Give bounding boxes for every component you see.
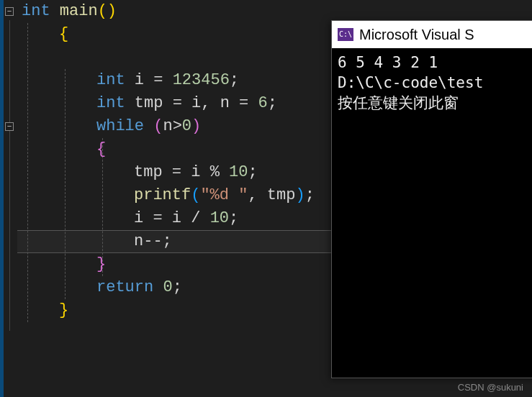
code-token bbox=[248, 94, 258, 112]
code-token: tmp bbox=[267, 186, 296, 204]
code-token bbox=[181, 163, 191, 181]
code-token: , bbox=[201, 94, 220, 112]
console-window[interactable]: C:\ Microsoft Visual S 6 5 4 3 2 1 D:\C\… bbox=[331, 20, 532, 378]
code-token: n bbox=[220, 94, 230, 112]
code-token: tmp bbox=[134, 163, 163, 181]
code-token: ) bbox=[295, 186, 305, 204]
code-token bbox=[144, 117, 153, 135]
code-token: > bbox=[173, 117, 182, 135]
code-token bbox=[181, 209, 191, 227]
code-token bbox=[153, 278, 163, 296]
code-token: int bbox=[22, 2, 50, 20]
code-token: ; bbox=[268, 94, 277, 112]
code-token: } bbox=[96, 255, 106, 273]
console-titlebar[interactable]: C:\ Microsoft Visual S bbox=[332, 21, 532, 48]
code-token: ; bbox=[173, 278, 182, 296]
code-token bbox=[163, 163, 172, 181]
code-token: { bbox=[59, 25, 68, 43]
console-line: 按任意键关闭此窗 bbox=[338, 94, 459, 111]
code-token: 6 bbox=[258, 94, 267, 112]
code-token: = bbox=[153, 71, 163, 89]
code-token: = bbox=[153, 209, 162, 227]
code-token: ; bbox=[229, 209, 238, 227]
code-token: i bbox=[172, 209, 181, 227]
console-output: 6 5 4 3 2 1 D:\C\c-code\test 按任意键关闭此窗 bbox=[332, 48, 532, 117]
code-token: int bbox=[96, 94, 125, 112]
code-token bbox=[125, 71, 135, 89]
console-line: D:\C\c-code\test bbox=[338, 74, 483, 91]
code-token: 10 bbox=[210, 209, 229, 227]
code-token bbox=[143, 209, 153, 227]
gutter: −− bbox=[0, 0, 17, 397]
code-token: () bbox=[98, 2, 117, 20]
code-token: i bbox=[135, 71, 144, 89]
code-token: , bbox=[248, 186, 266, 204]
code-token bbox=[182, 94, 191, 112]
code-token: ) bbox=[191, 117, 201, 135]
fold-toggle[interactable]: − bbox=[5, 122, 14, 131]
console-title: Microsoft Visual S bbox=[359, 27, 474, 43]
code-token: 0 bbox=[163, 278, 172, 296]
code-token: int bbox=[96, 71, 125, 89]
code-token: % bbox=[210, 163, 220, 181]
watermark: CSDN @sukuni bbox=[458, 382, 523, 393]
code-token: } bbox=[59, 301, 68, 319]
console-icon: C:\ bbox=[338, 28, 353, 41]
code-token: -- bbox=[143, 232, 162, 250]
console-line: 6 5 4 3 2 1 bbox=[338, 54, 438, 71]
code-token: { bbox=[96, 140, 106, 158]
code-token bbox=[50, 2, 60, 20]
code-token: 0 bbox=[182, 117, 191, 135]
code-token bbox=[125, 94, 135, 112]
code-token: return bbox=[96, 278, 153, 296]
code-token: ( bbox=[153, 117, 163, 135]
code-token bbox=[163, 94, 172, 112]
code-token bbox=[163, 209, 172, 227]
fold-guide bbox=[9, 20, 10, 331]
code-token bbox=[220, 163, 229, 181]
code-token: ; bbox=[248, 163, 257, 181]
code-token bbox=[200, 209, 209, 227]
code-token: while bbox=[96, 117, 144, 135]
code-token: ; bbox=[163, 232, 172, 250]
fold-toggle[interactable]: − bbox=[5, 7, 14, 16]
code-token: printf bbox=[134, 186, 191, 204]
code-token: main bbox=[60, 2, 98, 20]
code-token: 123456 bbox=[173, 71, 230, 89]
code-token bbox=[200, 163, 209, 181]
code-token: i bbox=[134, 209, 143, 227]
code-token: = bbox=[172, 163, 181, 181]
code-token: ( bbox=[191, 186, 200, 204]
code-token: tmp bbox=[135, 94, 163, 112]
code-token: / bbox=[191, 209, 200, 227]
code-token: n bbox=[163, 117, 172, 135]
code-token bbox=[144, 71, 153, 89]
code-token bbox=[163, 71, 172, 89]
code-token: ; bbox=[305, 186, 315, 204]
code-token: 10 bbox=[229, 163, 248, 181]
code-token: = bbox=[173, 94, 182, 112]
code-token: i bbox=[191, 94, 201, 112]
code-token: n bbox=[134, 232, 143, 250]
code-token: "%d " bbox=[200, 186, 248, 204]
code-token: ; bbox=[230, 71, 239, 89]
code-token: = bbox=[239, 94, 248, 112]
code-token: i bbox=[191, 163, 200, 181]
code-token bbox=[230, 94, 239, 112]
